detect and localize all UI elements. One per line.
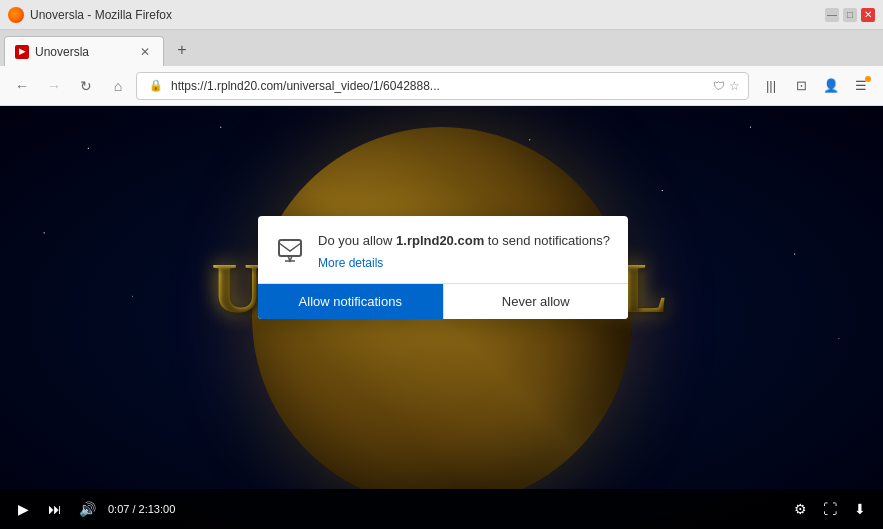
- time-display: 0:07 / 2:13:00: [108, 503, 175, 515]
- allow-notifications-button[interactable]: Allow notifications: [258, 284, 443, 319]
- video-controls: ▶ ⏭ 🔊 0:07 / 2:13:00 ⚙ ⛶ ⬇: [0, 489, 883, 529]
- tab-close-button[interactable]: ✕: [137, 44, 153, 60]
- address-bar-icons: 🛡 ☆: [713, 79, 740, 93]
- browser-tab[interactable]: ▶ Unoversla ✕: [4, 36, 164, 66]
- home-button[interactable]: ⌂: [104, 72, 132, 100]
- tab-favicon: ▶: [15, 45, 29, 59]
- account-icon[interactable]: 👤: [817, 72, 845, 100]
- next-button[interactable]: ⏭: [44, 498, 66, 520]
- fullscreen-button[interactable]: ⛶: [819, 498, 841, 520]
- refresh-button[interactable]: ↻: [72, 72, 100, 100]
- menu-button[interactable]: ☰: [847, 72, 875, 100]
- address-bar[interactable]: 🔒 https://1.rplnd20.com/universal_video/…: [136, 72, 749, 100]
- title-bar: Unoversla - Mozilla Firefox — □ ✕: [0, 0, 883, 30]
- popup-body: Do you allow 1.rplnd20.com to send notif…: [258, 216, 628, 283]
- more-details-link[interactable]: More details: [318, 256, 383, 270]
- nav-bar: ← → ↻ ⌂ 🔒 https://1.rplnd20.com/universa…: [0, 66, 883, 106]
- firefox-icon: [8, 7, 24, 23]
- question-post: to send notifications?: [484, 233, 610, 248]
- url-text: https://1.rplnd20.com/universal_video/1/…: [171, 79, 709, 93]
- right-controls: ⚙ ⛶ ⬇: [789, 498, 871, 520]
- bookmark-star-icon[interactable]: ☆: [729, 79, 740, 93]
- new-tab-button[interactable]: +: [168, 36, 196, 64]
- minimize-button[interactable]: —: [825, 8, 839, 22]
- content-area: UNIVERSAL 100TH ANNIVERSARY MYADBLOCK.CO…: [0, 106, 883, 529]
- tab-label: Unoversla: [35, 45, 131, 59]
- download-button[interactable]: ⬇: [849, 498, 871, 520]
- maximize-button[interactable]: □: [843, 8, 857, 22]
- play-button[interactable]: ▶: [12, 498, 34, 520]
- settings-button[interactable]: ⚙: [789, 498, 811, 520]
- title-bar-left: Unoversla - Mozilla Firefox: [8, 7, 172, 23]
- notification-popup: Do you allow 1.rplnd20.com to send notif…: [258, 216, 628, 319]
- browser-window: Unoversla - Mozilla Firefox — □ ✕ ▶ Unov…: [0, 0, 883, 529]
- tab-bar: ▶ Unoversla ✕ +: [0, 30, 883, 66]
- close-button[interactable]: ✕: [861, 8, 875, 22]
- notification-icon: [274, 234, 306, 266]
- toolbar-icons: ||| ⊡ 👤 ☰: [757, 72, 875, 100]
- question-pre: Do you allow: [318, 233, 396, 248]
- security-icon: 🔒: [145, 79, 167, 92]
- window-controls: — □ ✕: [825, 8, 875, 22]
- synced-tabs-icon[interactable]: ⊡: [787, 72, 815, 100]
- popup-domain: 1.rplnd20.com: [396, 233, 484, 248]
- volume-button[interactable]: 🔊: [76, 498, 98, 520]
- popup-content: Do you allow 1.rplnd20.com to send notif…: [318, 232, 612, 271]
- back-button[interactable]: ←: [8, 72, 36, 100]
- bookmark-shield-icon[interactable]: 🛡: [713, 79, 725, 93]
- never-allow-button[interactable]: Never allow: [443, 284, 629, 319]
- svg-rect-0: [279, 240, 301, 256]
- popup-question: Do you allow 1.rplnd20.com to send notif…: [318, 232, 612, 250]
- popup-buttons: Allow notifications Never allow: [258, 283, 628, 319]
- library-icon[interactable]: |||: [757, 72, 785, 100]
- forward-button[interactable]: →: [40, 72, 68, 100]
- window-title: Unoversla - Mozilla Firefox: [30, 8, 172, 22]
